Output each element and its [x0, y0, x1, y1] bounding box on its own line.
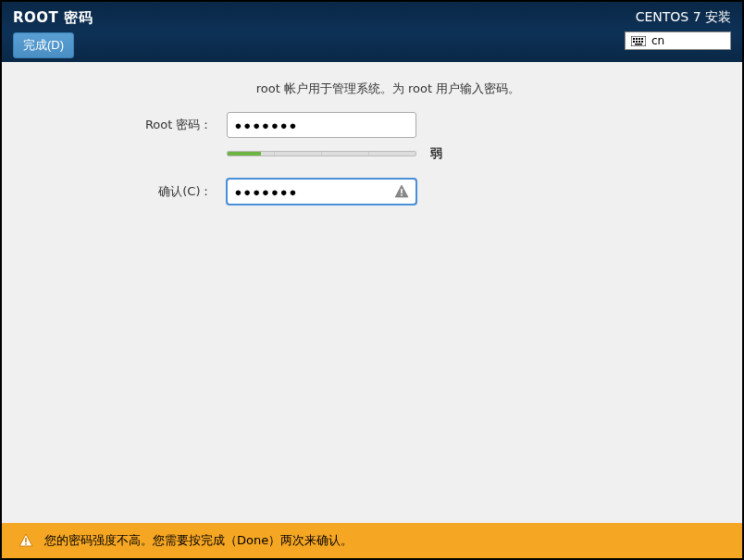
warning-icon: [394, 184, 409, 199]
svg-rect-3: [639, 38, 640, 40]
done-button[interactable]: 完成(D): [13, 32, 74, 58]
password-strength-bar: [227, 151, 416, 156]
svg-rect-7: [639, 41, 640, 43]
installer-title: CENTOS 7 安装: [636, 9, 731, 26]
warning-text: 您的密码强度不高。您需要按完成（Done）两次来确认。: [44, 532, 353, 549]
root-password-input[interactable]: [227, 112, 416, 138]
keyboard-layout-label: cn: [651, 34, 664, 47]
svg-rect-12: [25, 538, 27, 542]
svg-rect-11: [401, 194, 403, 196]
svg-rect-13: [25, 543, 27, 545]
password-strength-label: 弱: [430, 145, 442, 162]
main-content: root 帐户用于管理系统。为 root 用户输入密码。 Root 密码： 弱: [2, 62, 742, 523]
svg-rect-4: [641, 38, 643, 40]
svg-rect-6: [636, 41, 638, 43]
page-title: ROOT 密码: [13, 9, 93, 27]
password-label: Root 密码：: [120, 117, 227, 133]
confirm-label: 确认(C)：: [120, 183, 227, 200]
svg-rect-10: [401, 189, 403, 193]
svg-rect-5: [633, 41, 635, 43]
warning-footer: 您的密码强度不高。您需要按完成（Done）两次来确认。: [2, 523, 742, 558]
description-text: root 帐户用于管理系统。为 root 用户输入密码。: [153, 81, 625, 97]
confirm-password-input[interactable]: [227, 179, 416, 205]
keyboard-layout-indicator[interactable]: cn: [625, 31, 731, 50]
svg-rect-1: [633, 38, 635, 40]
header-bar: ROOT 密码 完成(D) CENTOS 7 安装: [2, 2, 742, 62]
keyboard-icon: [631, 36, 646, 46]
svg-rect-2: [636, 38, 638, 40]
warning-icon: [19, 533, 33, 548]
svg-rect-9: [635, 44, 642, 45]
svg-rect-8: [641, 41, 643, 43]
